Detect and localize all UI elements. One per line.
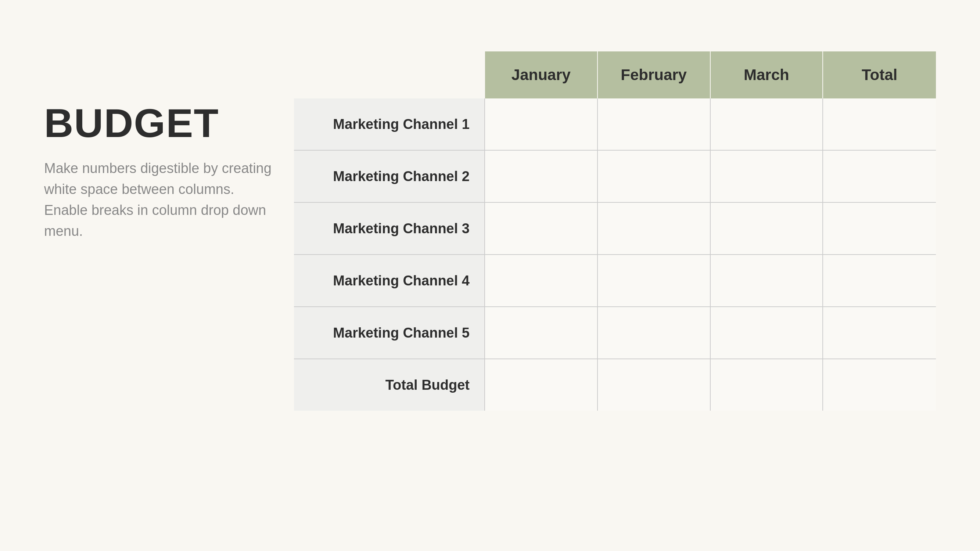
data-cell-ch1-mar[interactable]: [711, 98, 824, 150]
data-cell-ch3-feb[interactable]: [598, 203, 711, 254]
data-cell-total-feb[interactable]: [598, 359, 711, 411]
row-label-channel-3: Marketing Channel 3: [294, 203, 485, 254]
data-cell-ch3-mar[interactable]: [711, 203, 824, 254]
table-body: Marketing Channel 1 Marketing Channel 2 …: [294, 98, 936, 411]
header-march: March: [711, 51, 824, 98]
data-cell-ch2-mar[interactable]: [711, 151, 824, 202]
table-row: Marketing Channel 1: [294, 98, 936, 150]
row-label-channel-1: Marketing Channel 1: [294, 98, 485, 150]
data-cell-ch4-mar[interactable]: [711, 255, 824, 306]
page-container: BUDGET Make numbers digestible by creati…: [0, 0, 980, 551]
data-cell-ch1-total[interactable]: [823, 98, 936, 150]
row-label-total-budget: Total Budget: [294, 359, 485, 411]
budget-table: January February March Total Marketing C…: [294, 51, 936, 411]
header-total: Total: [823, 51, 936, 98]
data-cell-ch2-jan[interactable]: [485, 151, 598, 202]
data-cell-ch5-total[interactable]: [823, 307, 936, 359]
table-header-row: January February March Total: [294, 51, 936, 98]
page-description: Make numbers digestible by creating whit…: [44, 158, 272, 242]
data-cell-ch5-feb[interactable]: [598, 307, 711, 359]
row-label-channel-2: Marketing Channel 2: [294, 151, 485, 202]
data-cell-total-total[interactable]: [823, 359, 936, 411]
table-total-row: Total Budget: [294, 359, 936, 411]
table-row: Marketing Channel 4: [294, 254, 936, 306]
data-cell-ch5-mar[interactable]: [711, 307, 824, 359]
data-cell-total-mar[interactable]: [711, 359, 824, 411]
data-cell-ch5-jan[interactable]: [485, 307, 598, 359]
row-label-channel-4: Marketing Channel 4: [294, 255, 485, 306]
data-cell-total-jan[interactable]: [485, 359, 598, 411]
right-panel: January February March Total Marketing C…: [294, 29, 936, 411]
data-cell-ch4-total[interactable]: [823, 255, 936, 306]
data-cell-ch3-jan[interactable]: [485, 203, 598, 254]
data-cell-ch2-total[interactable]: [823, 151, 936, 202]
data-cell-ch1-feb[interactable]: [598, 98, 711, 150]
data-cell-ch1-jan[interactable]: [485, 98, 598, 150]
row-label-channel-5: Marketing Channel 5: [294, 307, 485, 359]
data-cell-ch2-feb[interactable]: [598, 151, 711, 202]
data-cell-ch4-feb[interactable]: [598, 255, 711, 306]
header-empty-cell: [294, 51, 485, 98]
header-february: February: [598, 51, 711, 98]
left-panel: BUDGET Make numbers digestible by creati…: [44, 29, 294, 242]
page-title: BUDGET: [44, 103, 272, 143]
table-row: Marketing Channel 5: [294, 306, 936, 359]
data-cell-ch4-jan[interactable]: [485, 255, 598, 306]
table-row: Marketing Channel 3: [294, 202, 936, 254]
data-cell-ch3-total[interactable]: [823, 203, 936, 254]
header-january: January: [485, 51, 598, 98]
table-row: Marketing Channel 2: [294, 150, 936, 202]
